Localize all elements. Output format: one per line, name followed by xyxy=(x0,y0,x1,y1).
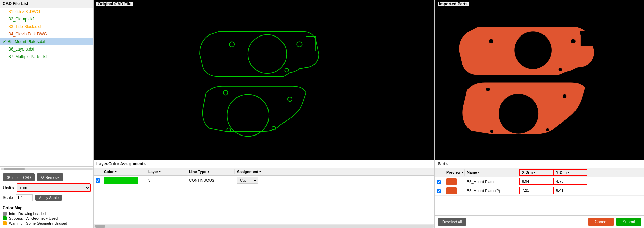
row-checkbox-cell xyxy=(94,177,102,184)
parts-header-name[interactable]: Name ▾ xyxy=(465,169,519,176)
svg-point-12 xyxy=(559,68,562,71)
file-item-1[interactable]: B2_Clamp.dxf xyxy=(0,15,93,23)
submit-button[interactable]: Submit xyxy=(616,218,641,226)
cad-file-list-title: CAD File List xyxy=(0,0,93,8)
warning-dot xyxy=(3,221,7,225)
apply-scale-button[interactable]: Apply Scale xyxy=(35,195,62,201)
row1-name-cell: B5_Mount Plates xyxy=(465,179,519,185)
svg-point-10 xyxy=(489,39,493,43)
row2-name-cell: B5_Mount Plates(2) xyxy=(465,188,519,194)
file-item-4[interactable]: ✓ B5_Mount Plates.dxf xyxy=(0,38,93,45)
file-name: B5_Mount Plates.dxf xyxy=(7,39,45,44)
assignment-select[interactable]: Cut Score Ignore xyxy=(237,177,258,184)
header-linetype[interactable]: Line Type ▾ xyxy=(187,169,235,174)
middle-panel: Original CAD File xyxy=(94,0,434,228)
svg-point-1 xyxy=(229,42,234,47)
file-list: B1_6.5 x 8 .DWG B2_Clamp.dxf B3_Title Bl… xyxy=(0,8,93,167)
svg-point-0 xyxy=(248,35,287,73)
row2-ydim-cell: 6.41 xyxy=(553,187,587,194)
preview-sort-icon: ▾ xyxy=(462,171,463,174)
cad-drawing xyxy=(169,22,359,138)
success-dot xyxy=(3,216,7,220)
file-item-6[interactable]: B7_Multiple Parts.dxf xyxy=(0,53,93,60)
row2-ydim: 6.41 xyxy=(556,188,563,193)
plus-icon: ⊕ xyxy=(7,175,10,180)
svg-point-15 xyxy=(486,88,490,91)
row1-checkbox[interactable] xyxy=(437,180,441,184)
ydim-sort-icon: ▾ xyxy=(568,171,569,174)
row2-name: B5_Mount Plates(2) xyxy=(467,189,500,193)
remove-button[interactable]: ⊖ Remove xyxy=(37,173,63,181)
layer-table-row: 3 CONTINUOUS Cut Score Ignore xyxy=(94,176,434,185)
units-select[interactable]: mm in cm xyxy=(17,183,91,192)
imported-parts-label: Imported Parts xyxy=(438,2,469,6)
middle-bottom: Layer/Color Assignments Color ▾ Layer ▾ … xyxy=(94,160,434,228)
parts-header-xdim[interactable]: X Dim ▾ xyxy=(519,169,553,176)
left-panel: CAD File List B1_6.5 x 8 .DWG B2_Clamp.d… xyxy=(0,0,94,228)
parts-table-row-2: B5_Mount Plates(2) 7.21 6.41 xyxy=(435,186,644,196)
success-label: Success - All Geometry Used xyxy=(9,216,58,220)
parts-label: Parts xyxy=(435,160,450,168)
info-label: Info - Drawing Loaded xyxy=(9,212,46,216)
file-item-3[interactable]: B4_Clevis Fork.DWG xyxy=(0,30,93,38)
header-check xyxy=(94,169,102,174)
file-name: B3_Title Block.dxf xyxy=(8,24,41,29)
parts-header-row: Parts xyxy=(435,160,644,168)
scale-input[interactable] xyxy=(16,194,33,201)
row2-preview-cell xyxy=(444,186,465,195)
right-panel: Imported Parts xyxy=(434,0,644,228)
cancel-button[interactable]: Cancel xyxy=(588,218,613,226)
svg-point-6 xyxy=(288,97,292,101)
import-cad-button[interactable]: ⊕ Import CAD xyxy=(3,173,35,181)
row-checkbox[interactable] xyxy=(96,178,100,183)
row-layer-cell: 3 xyxy=(146,177,187,183)
row2-xdim-cell: 7.21 xyxy=(519,187,553,194)
action-buttons: Cancel Submit xyxy=(588,218,641,226)
parts-table-row-1: B5_Mount Plates 8.94 4.75 xyxy=(435,177,644,186)
color-map-success: Success - All Geometry Used xyxy=(3,216,91,220)
cad-canvas xyxy=(94,0,434,160)
header-layer[interactable]: Layer ▾ xyxy=(146,169,187,174)
layer-table: Color ▾ Layer ▾ Line Type ▾ Assignment ▾ xyxy=(94,168,434,224)
parts-header-ydim[interactable]: Y Dim ▾ xyxy=(553,169,587,176)
color-map-section: Color Map Info - Drawing Loaded Success … xyxy=(3,203,91,226)
file-name: B4_Clevis Fork.DWG xyxy=(8,32,47,37)
svg-point-17 xyxy=(546,128,549,131)
deselect-all-button[interactable]: Deselect All xyxy=(438,218,466,226)
svg-point-9 xyxy=(514,31,552,69)
imported-drawing xyxy=(444,22,635,138)
color-map-info: Info - Drawing Loaded xyxy=(3,212,91,216)
header-assignment[interactable]: Assignment ▾ xyxy=(235,169,289,174)
color-swatch xyxy=(104,177,138,184)
svg-point-11 xyxy=(571,39,576,43)
row1-preview-cell xyxy=(444,177,465,186)
svg-point-4 xyxy=(227,95,269,137)
header-color[interactable]: Color ▾ xyxy=(102,169,146,174)
svg-point-14 xyxy=(499,94,538,134)
parts-table-header: Preview ▾ Name ▾ X Dim ▾ Y Dim ▾ xyxy=(435,168,644,177)
row-linetype-cell: CONTINUOUS xyxy=(187,177,235,183)
svg-point-18 xyxy=(490,130,493,133)
file-item-5[interactable]: B6_Layers.dxf xyxy=(0,45,93,53)
info-dot xyxy=(3,212,7,216)
parts-header-check xyxy=(435,169,444,176)
row1-ydim: 4.75 xyxy=(556,179,563,183)
layer-assignments-label: Layer/Color Assignments xyxy=(94,160,434,168)
file-name: B7_Multiple Parts.dxf xyxy=(8,54,47,59)
svg-point-16 xyxy=(563,94,566,98)
color-map-warning: Warning - Some Geometry Unused xyxy=(3,221,91,225)
svg-point-5 xyxy=(223,90,228,95)
file-item-0[interactable]: B1_6.5 x 8 .DWG xyxy=(0,8,93,15)
svg-point-3 xyxy=(285,68,288,72)
file-name: B6_Layers.dxf xyxy=(8,47,34,52)
original-cad-label: Original CAD File xyxy=(96,2,133,6)
row1-check-cell xyxy=(435,179,444,185)
name-sort-icon: ▾ xyxy=(478,171,480,174)
row2-checkbox[interactable] xyxy=(437,189,441,193)
parts-header-preview[interactable]: Preview ▾ xyxy=(444,169,465,176)
xdim-sort-icon: ▾ xyxy=(534,171,535,174)
row1-preview-icon xyxy=(446,178,457,185)
row1-ydim-cell: 4.75 xyxy=(553,178,587,185)
file-item-2[interactable]: B3_Title Block.dxf xyxy=(0,23,93,30)
svg-point-2 xyxy=(297,42,302,47)
